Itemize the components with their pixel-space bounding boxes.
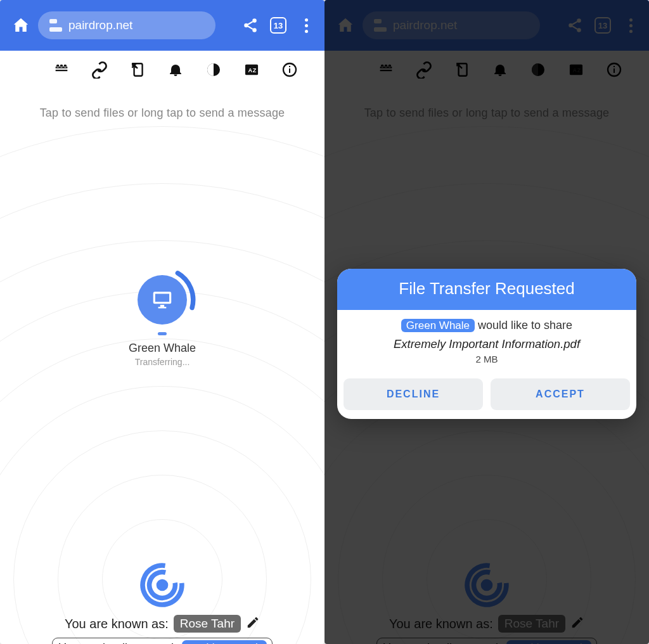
svg-rect-9	[289, 68, 290, 73]
svg-text:A: A	[248, 67, 253, 74]
language-icon[interactable]: AZ	[242, 60, 261, 79]
home-icon[interactable]	[10, 16, 32, 35]
edit-name-icon[interactable]	[246, 615, 260, 633]
site-settings-icon[interactable]	[49, 19, 62, 32]
file-transfer-dialog: File Transfer Requested Green Whale woul…	[337, 269, 636, 419]
app-toolbar: AZ	[0, 51, 324, 89]
accept-button[interactable]: ACCEPT	[491, 378, 630, 410]
svg-text:Z: Z	[253, 67, 257, 74]
browser-toolbar: pairdrop.net 13	[0, 0, 324, 51]
svg-point-16	[157, 579, 169, 591]
about-icon[interactable]	[280, 60, 299, 79]
theme-toggle-icon[interactable]	[204, 60, 223, 79]
dialog-filename: Extremely Important Information.pdf	[350, 337, 624, 351]
tab-count-icon[interactable]: 13	[267, 17, 289, 34]
svg-rect-15	[158, 307, 167, 308]
instruction-text: Tap to send files or long tap to send a …	[0, 106, 324, 120]
dialog-sender: Green Whale	[401, 319, 475, 332]
share-icon[interactable]	[240, 17, 261, 34]
screenshot-left: pairdrop.net 13 AZ	[0, 0, 324, 644]
peer-desktop-icon	[138, 275, 187, 325]
known-as-label: You are known as:	[65, 617, 169, 631]
main-area: Tap to send files or long tap to send a …	[0, 106, 324, 644]
peer-status: Transferring...	[129, 357, 196, 367]
svg-point-0	[252, 18, 257, 23]
svg-point-2	[252, 28, 257, 32]
display-name[interactable]: Rose Tahr	[174, 615, 241, 633]
svg-rect-10	[289, 66, 290, 67]
svg-point-1	[244, 23, 248, 28]
discovery-chip[interactable]: You can be discovered: on this network	[52, 638, 273, 644]
url-bar[interactable]: pairdrop.net	[38, 11, 215, 39]
dialog-share-text: would like to share	[475, 319, 572, 332]
discovery-label: You can be discovered:	[59, 641, 177, 645]
peer-name: Green Whale	[129, 342, 196, 355]
discovery-scope: on this network	[182, 640, 267, 644]
svg-rect-13	[155, 294, 169, 302]
screenshot-right: pairdrop.net 13 AZ Tap to send files or …	[324, 0, 649, 644]
pairdrop-logo-icon	[140, 563, 184, 607]
install-pwa-icon[interactable]	[128, 60, 147, 79]
overflow-menu-icon[interactable]	[295, 18, 317, 33]
footer: You are known as: Rose Tahr You can be d…	[0, 563, 324, 644]
decline-button[interactable]: DECLINE	[344, 378, 483, 410]
peer-device[interactable]: Green Whale Transferring...	[129, 271, 196, 367]
rooms-icon[interactable]	[52, 60, 71, 79]
notifications-icon[interactable]	[166, 60, 185, 79]
url-text: pairdrop.net	[68, 18, 132, 32]
dialog-title: File Transfer Requested	[337, 269, 636, 310]
pair-link-icon[interactable]	[90, 60, 109, 79]
dialog-filesize: 2 MB	[350, 354, 624, 364]
svg-rect-14	[160, 305, 164, 307]
